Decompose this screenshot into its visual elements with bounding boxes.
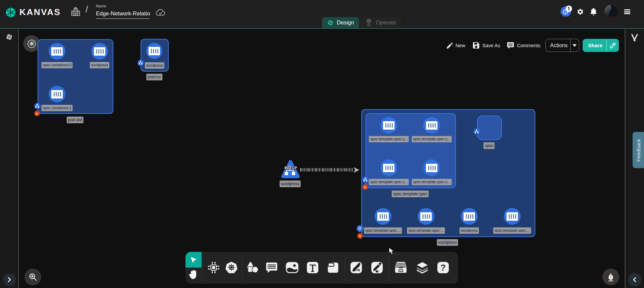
- svg-text:?: ?: [440, 263, 446, 273]
